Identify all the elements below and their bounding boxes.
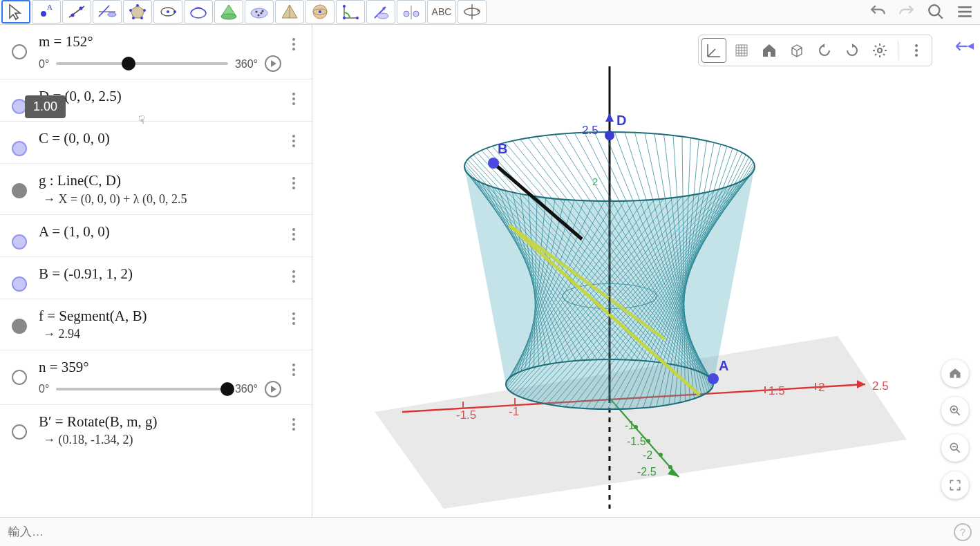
help-button[interactable]: ? — [954, 523, 972, 541]
tool-dotcloud[interactable] — [245, 0, 274, 23]
expression-text: g : Line(C, D) — [39, 171, 281, 190]
algebra-panel[interactable]: 1.00 ☟ m = 152° 0° 360° D = (0, 0, 2 — [0, 25, 312, 517]
algebra-row-c[interactable]: C = (0, 0, 0) — [0, 122, 312, 164]
algebra-row-bprime[interactable]: B′ = Rotate(B, m, g) → (0.18, -1.34, 2) — [0, 405, 312, 455]
row-more-button[interactable] — [284, 35, 303, 54]
3d-view[interactable]: -1.5 -1 1.5 2 2.5 -1 -1.5 -2 -2.5 — [312, 25, 980, 517]
slider-max: 360° — [235, 57, 258, 72]
row-more-button[interactable] — [284, 415, 303, 434]
svg-point-52 — [623, 413, 624, 414]
row-more-button[interactable] — [284, 89, 303, 109]
slider-max: 360° — [235, 382, 258, 397]
point-b[interactable] — [488, 158, 499, 169]
tool-cone[interactable] — [214, 0, 243, 23]
visibility-toggle[interactable] — [12, 141, 27, 156]
point-d[interactable] — [605, 131, 614, 140]
svg-point-5 — [108, 12, 116, 17]
play-button[interactable] — [265, 55, 281, 72]
svg-line-153 — [957, 449, 960, 453]
tool-perpendicular[interactable] — [93, 0, 122, 23]
expression-result: → 2.94 — [39, 326, 281, 342]
svg-point-8 — [143, 9, 146, 12]
tool-move[interactable] — [1, 0, 30, 23]
svg-point-3 — [71, 14, 75, 17]
redo-button[interactable] — [893, 0, 921, 23]
visibility-toggle[interactable] — [12, 234, 27, 250]
svg-point-17 — [251, 8, 267, 18]
algebra-row-f[interactable]: f = Segment(A, B) → 2.94 — [0, 299, 312, 350]
tool-angle[interactable] — [336, 0, 365, 23]
search-button[interactable] — [922, 0, 950, 23]
y-tick-label: -2 — [643, 449, 652, 461]
row-more-button[interactable] — [284, 267, 303, 286]
row-more-button[interactable] — [284, 225, 303, 244]
row-more-button[interactable] — [284, 309, 303, 328]
z-label-2-5: 2.5 — [582, 124, 599, 137]
visibility-toggle[interactable] — [12, 44, 27, 59]
row-more-button[interactable] — [284, 131, 303, 151]
tool-sphere[interactable] — [305, 0, 334, 23]
visibility-toggle[interactable] — [12, 319, 27, 334]
tool-point[interactable]: A — [32, 0, 61, 23]
menu-button[interactable] — [951, 0, 979, 23]
svg-point-25 — [343, 17, 346, 19]
float-zoomout-button[interactable] — [941, 434, 969, 462]
command-input[interactable] — [8, 522, 954, 543]
visibility-toggle[interactable] — [12, 183, 27, 198]
svg-point-11 — [129, 9, 132, 12]
svg-point-13 — [167, 10, 169, 13]
algebra-row-m[interactable]: m = 152° 0° 360° — [0, 25, 312, 79]
algebra-row-g[interactable]: g : Line(C, D) → X = (0, 0, 0) + λ (0, 0… — [0, 164, 312, 215]
x-tick-label: -1 — [509, 405, 519, 418]
svg-point-27 — [356, 17, 359, 19]
row-more-button[interactable] — [284, 360, 303, 379]
float-home-button[interactable] — [941, 359, 969, 387]
algebra-row-b[interactable]: B = (-0.91, 1, 2) — [0, 257, 312, 299]
tool-ellipse[interactable] — [184, 0, 213, 23]
slider-thumb[interactable] — [122, 57, 135, 70]
visibility-toggle[interactable] — [12, 276, 27, 292]
svg-point-56 — [668, 465, 672, 469]
play-button[interactable] — [265, 381, 281, 397]
visibility-toggle[interactable] — [12, 424, 27, 440]
y-tick-label: -1.5 — [627, 435, 646, 447]
svg-point-54 — [646, 439, 650, 443]
algebra-row-n[interactable]: n = 359° 0° 360° — [0, 350, 312, 405]
tool-rotateview[interactable] — [458, 0, 487, 23]
tool-circle[interactable] — [153, 0, 182, 23]
row-more-button[interactable] — [284, 173, 303, 193]
svg-point-18 — [256, 11, 258, 13]
svg-point-14 — [173, 10, 176, 13]
undo-button[interactable] — [864, 0, 892, 23]
tool-text[interactable]: ABC — [427, 0, 456, 23]
float-zoomin-button[interactable] — [941, 397, 969, 424]
float-fullscreen-button[interactable] — [941, 471, 969, 499]
expression-text: f = Segment(A, B) — [39, 306, 281, 326]
svg-line-149 — [957, 412, 960, 415]
svg-marker-6 — [131, 6, 144, 18]
svg-point-31 — [413, 11, 419, 17]
point-a[interactable] — [708, 373, 719, 384]
tool-line[interactable] — [62, 0, 91, 23]
point-b-label: B — [498, 141, 507, 156]
visibility-toggle[interactable] — [12, 370, 27, 385]
expression-text: A = (1, 0, 0) — [39, 222, 281, 241]
svg-line-37 — [938, 14, 943, 19]
svg-point-36 — [929, 5, 939, 15]
tool-text-label: ABC — [432, 6, 452, 17]
algebra-row-a[interactable]: A = (1, 0, 0) — [0, 215, 312, 257]
tool-mirror[interactable] — [397, 0, 426, 23]
y-tick-label: -2.5 — [637, 466, 657, 478]
z-tick-2: 2 — [592, 176, 598, 187]
tool-tetrahedron[interactable] — [275, 0, 304, 23]
graphics-panel[interactable]: -1.5 -1 1.5 2 2.5 -1 -1.5 -2 -2.5 — [312, 25, 980, 517]
tool-polygon[interactable] — [123, 0, 152, 23]
slider-track[interactable] — [56, 388, 228, 390]
slider-thumb[interactable] — [220, 382, 234, 396]
tool-vector[interactable] — [366, 0, 395, 23]
expression-text: m = 152° — [39, 32, 281, 51]
slider-track[interactable] — [56, 62, 228, 65]
expression-result: → X = (0, 0, 0) + λ (0, 0, 2.5 — [39, 191, 281, 207]
point-d-label: D — [616, 113, 626, 128]
x-tick-label: 2 — [818, 381, 824, 394]
